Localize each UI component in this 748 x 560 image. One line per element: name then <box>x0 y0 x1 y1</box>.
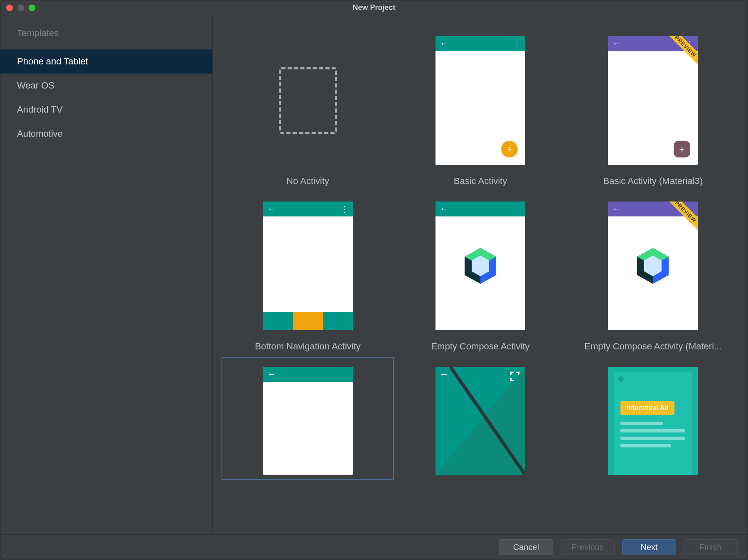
template-bottom-navigation-activity[interactable]: ← ⋮ Bottom Navigation Activity <box>221 192 394 357</box>
maximize-icon[interactable] <box>29 5 35 11</box>
back-arrow-icon: ← <box>612 39 621 48</box>
template-thumbnail <box>263 36 353 165</box>
sidebar-item-label: Android TV <box>17 104 63 115</box>
more-vert-icon: ⋮ <box>513 39 521 48</box>
finish-button: Finish <box>684 539 738 555</box>
template-thumbnail: ← ⋮ + <box>436 36 525 165</box>
template-label: Empty Compose Activity <box>431 341 529 352</box>
titlebar: New Project <box>0 0 748 15</box>
template-thumbnail: ← <box>436 367 525 475</box>
template-gallery: No Activity ← ⋮ + Basic Activity <box>213 15 748 534</box>
template-label: No Activity <box>286 176 329 187</box>
template-thumbnail: ← ⋮ PREVIEW + <box>608 36 698 165</box>
appbar: ← <box>263 367 353 382</box>
template-label: Basic Activity <box>454 176 507 187</box>
template-thumbnail: ← PREVIEW <box>608 201 698 330</box>
sidebar-item-label: Wear OS <box>17 80 54 91</box>
sidebar-item-android-tv[interactable]: Android TV <box>0 98 212 122</box>
template-empty-compose-activity[interactable]: ← Empty Compose Activity <box>394 192 566 357</box>
template-label: Basic Activity (Material3) <box>603 176 703 187</box>
fab-add-icon: + <box>674 141 690 157</box>
diagonal-divider <box>436 367 525 475</box>
fab-add-icon: + <box>501 141 518 157</box>
sidebar-item-label: Phone and Tablet <box>17 56 88 66</box>
dialog-footer: Cancel Previous Next Finish <box>0 534 748 560</box>
compose-logo-icon <box>636 247 670 285</box>
previous-button: Previous <box>561 539 615 555</box>
compose-logo-icon <box>463 247 497 285</box>
template-thumbnail: ← <box>436 201 525 330</box>
appbar: ← ⋮ <box>263 201 353 216</box>
button-label: Next <box>640 543 657 552</box>
template-label: Empty Compose Activity (Materi... <box>584 341 721 352</box>
window-controls <box>0 5 35 11</box>
template-basic-activity-material3[interactable]: ← ⋮ PREVIEW + Basic Activity (Material3) <box>567 26 739 192</box>
cancel-button[interactable]: Cancel <box>499 539 553 555</box>
button-label: Cancel <box>513 543 539 552</box>
interstitial-ad-button: Interstitial Ad <box>620 401 674 415</box>
ad-card: Interstitial Ad <box>614 372 692 475</box>
template-label: Bottom Navigation Activity <box>255 341 360 352</box>
dialog-body: Templates Phone and Tablet Wear OS Andro… <box>0 15 748 534</box>
minimize-icon <box>17 5 24 11</box>
sidebar-item-phone-tablet[interactable]: Phone and Tablet <box>0 49 212 74</box>
placeholder-line <box>620 429 685 432</box>
appbar: ← ⋮ <box>436 36 525 51</box>
template-thumbnail: Interstitial Ad <box>608 367 698 475</box>
template-empty-compose-activity-material3[interactable]: ← PREVIEW Empty Compose Activity (Materi… <box>567 192 739 357</box>
templates-sidebar: Templates Phone and Tablet Wear OS Andro… <box>0 15 213 534</box>
template-no-activity[interactable]: No Activity <box>221 26 394 192</box>
template-basic-activity[interactable]: ← ⋮ + Basic Activity <box>394 26 566 192</box>
button-label: Finish <box>699 543 721 552</box>
back-arrow-icon: ← <box>440 204 449 214</box>
close-icon[interactable] <box>6 5 13 11</box>
sidebar-header: Templates <box>0 28 212 49</box>
template-thumbnail: ← ⋮ <box>263 201 353 330</box>
button-label: Previous <box>571 543 604 552</box>
sidebar-item-automotive[interactable]: Automotive <box>0 122 212 146</box>
back-arrow-icon: ← <box>267 370 276 379</box>
back-arrow-icon: ← <box>440 39 449 48</box>
window-title: New Project <box>0 3 748 12</box>
template-empty-activity[interactable]: ← <box>221 357 394 480</box>
svg-marker-8 <box>436 367 525 475</box>
template-fullscreen-activity[interactable]: ← <box>394 357 566 480</box>
sidebar-item-label: Automotive <box>17 128 63 139</box>
placeholder-line <box>620 422 663 425</box>
template-grid: No Activity ← ⋮ + Basic Activity <box>213 15 748 534</box>
template-thumbnail: ← <box>263 367 353 475</box>
template-admob-ads-activity[interactable]: Interstitial Ad <box>567 357 739 480</box>
next-button[interactable]: Next <box>622 539 676 555</box>
more-vert-icon: ⋮ <box>340 205 349 213</box>
status-dot-icon <box>618 376 624 382</box>
placeholder-line <box>620 444 671 447</box>
sidebar-item-wear-os[interactable]: Wear OS <box>0 74 212 98</box>
new-project-window: New Project Templates Phone and Tablet W… <box>0 0 748 560</box>
appbar: ← <box>436 201 525 216</box>
placeholder-line <box>620 437 685 440</box>
back-arrow-icon: ← <box>612 204 621 214</box>
back-arrow-icon: ← <box>267 204 276 214</box>
bottom-nav <box>263 312 353 330</box>
empty-placeholder-icon <box>279 67 337 134</box>
